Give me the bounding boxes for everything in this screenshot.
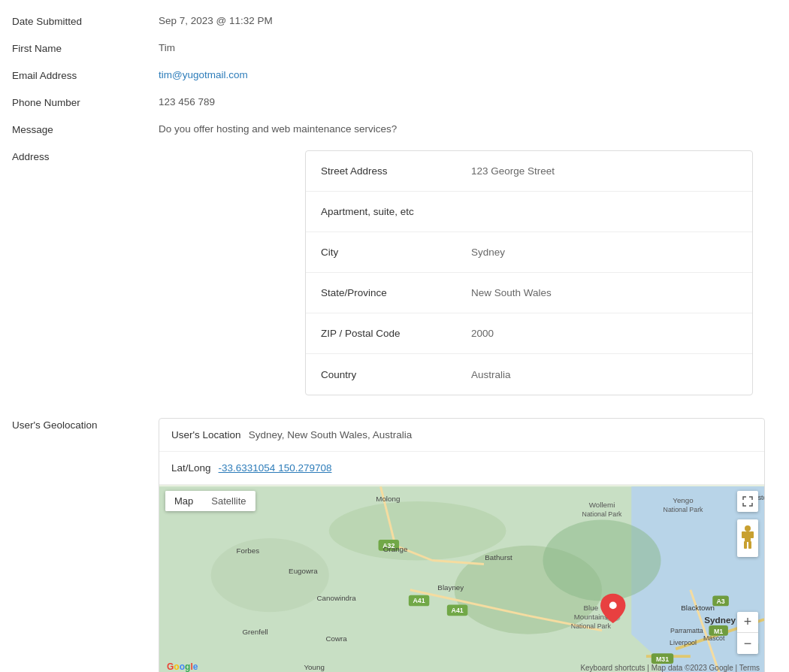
svg-text:Yengo: Yengo — [673, 496, 694, 504]
address-block: Street Address 123 George Street Apartme… — [305, 150, 753, 395]
apt-label: Apartment, suite, etc — [321, 206, 471, 217]
zip-label: ZIP / Postal Code — [321, 328, 471, 339]
svg-text:Blacktown: Blacktown — [681, 604, 715, 612]
city-value: Sydney — [471, 247, 505, 258]
user-location-row: User's Location Sydney, New South Wales,… — [159, 419, 764, 452]
map-container: A32 A41 A41 M1 A43 A3 M31 — [159, 485, 764, 672]
svg-text:A3: A3 — [716, 598, 724, 605]
map-type-controls[interactable]: Map Satellite — [165, 491, 255, 511]
svg-text:Canowindra: Canowindra — [316, 594, 356, 602]
svg-rect-56 — [744, 541, 747, 549]
svg-text:Orange: Orange — [383, 545, 408, 553]
first-name-value: Tim — [159, 42, 777, 53]
svg-text:Cowra: Cowra — [325, 634, 347, 643]
svg-text:Parramatta: Parramatta — [670, 627, 703, 634]
zoom-out-button[interactable]: − — [737, 633, 758, 654]
message-value: Do you offer hosting and web maintenance… — [159, 123, 777, 135]
map-svg: A32 A41 A41 M1 A43 A3 M31 — [159, 485, 764, 672]
map-button[interactable]: Map — [165, 491, 202, 511]
geolocation-section: User's Geolocation User's Location Sydne… — [0, 410, 789, 672]
email-value: tim@yugotmail.com — [159, 69, 777, 80]
geolocation-box: User's Location Sydney, New South Wales,… — [159, 418, 765, 672]
city-row: City Sydney — [306, 232, 752, 273]
geolocation-content: User's Location Sydney, New South Wales,… — [159, 418, 765, 672]
address-row: Address Street Address 123 George Street… — [0, 143, 789, 410]
zip-row: ZIP / Postal Code 2000 — [306, 313, 752, 354]
google-logo: Google — [167, 661, 198, 672]
svg-rect-57 — [748, 541, 751, 549]
svg-text:Forbes: Forbes — [237, 546, 260, 555]
svg-text:Mountains: Mountains — [574, 613, 608, 621]
svg-text:A41: A41 — [413, 597, 425, 604]
svg-text:A41: A41 — [452, 607, 464, 614]
date-submitted-value: Sep 7, 2023 @ 11:32 PM — [159, 15, 777, 26]
geolocation-label: User's Geolocation — [12, 418, 159, 431]
state-row: State/Province New South Wales — [306, 273, 752, 313]
satellite-button[interactable]: Satellite — [202, 491, 255, 511]
phone-value: 123 456 789 — [159, 96, 777, 107]
svg-text:National Park: National Park — [582, 510, 623, 518]
svg-text:Liverpool: Liverpool — [670, 639, 697, 646]
svg-text:M31: M31 — [656, 655, 669, 663]
svg-point-4 — [329, 501, 506, 561]
phone-row: Phone Number 123 456 789 — [0, 89, 789, 116]
svg-text:Molong: Molong — [376, 495, 400, 503]
country-row: Country Australia — [306, 354, 752, 395]
svg-point-53 — [609, 601, 617, 609]
latlong-row: Lat/Long -33.6331054 150.279708 — [159, 452, 764, 485]
address-label: Address — [12, 150, 159, 162]
message-row: Message Do you offer hosting and web mai… — [0, 116, 789, 143]
svg-text:National Park: National Park — [664, 506, 704, 513]
svg-text:Wollemi: Wollemi — [589, 501, 615, 509]
first-name-label: First Name — [12, 42, 159, 54]
latlong-value[interactable]: -33.6331054 150.279708 — [219, 462, 332, 474]
message-label: Message — [12, 123, 159, 135]
date-submitted-row: Date Submitted Sep 7, 2023 @ 11:32 PM — [0, 8, 789, 35]
svg-text:Eugowra: Eugowra — [289, 567, 318, 575]
svg-point-6 — [543, 520, 661, 601]
street-row: Street Address 123 George Street — [306, 151, 752, 192]
user-location-value: Sydney, New South Wales, Australia — [249, 429, 413, 440]
zoom-in-button[interactable]: + — [737, 612, 758, 633]
latlong-label: Lat/Long — [171, 462, 211, 474]
zoom-controls[interactable]: + − — [737, 612, 758, 654]
country-value: Australia — [471, 369, 511, 380]
street-label: Street Address — [321, 165, 471, 177]
svg-text:Mascot: Mascot — [703, 634, 725, 642]
svg-text:Young: Young — [304, 663, 324, 671]
svg-text:Bathurst: Bathurst — [485, 554, 512, 562]
date-submitted-label: Date Submitted — [12, 15, 159, 27]
svg-rect-59 — [750, 531, 754, 538]
email-row: Email Address tim@yugotmail.com — [0, 62, 789, 89]
map-footer-text: Keyboard shortcuts | Map data ©2023 Goog… — [580, 664, 760, 672]
svg-text:Grenfell: Grenfell — [242, 628, 268, 636]
svg-text:Sydney: Sydney — [704, 615, 736, 625]
svg-text:Blayney: Blayney — [437, 583, 464, 592]
svg-rect-55 — [745, 531, 751, 542]
svg-point-54 — [745, 525, 751, 531]
zip-value: 2000 — [471, 328, 494, 339]
svg-rect-58 — [742, 531, 745, 538]
pegman-button[interactable] — [737, 519, 758, 557]
state-label: State/Province — [321, 287, 471, 298]
apt-row: Apartment, suite, etc — [306, 192, 752, 232]
fullscreen-icon — [742, 496, 753, 507]
country-label: Country — [321, 369, 471, 380]
first-name-row: First Name Tim — [0, 35, 789, 62]
city-label: City — [321, 247, 471, 258]
phone-label: Phone Number — [12, 96, 159, 108]
svg-text:National Park: National Park — [571, 622, 612, 630]
email-link[interactable]: tim@yugotmail.com — [159, 69, 248, 80]
user-location-label: User's Location — [171, 429, 241, 440]
pegman-icon — [741, 525, 754, 552]
svg-text:Blue: Blue — [583, 604, 598, 612]
email-label: Email Address — [12, 69, 159, 81]
state-value: New South Wales — [471, 287, 552, 298]
street-value: 123 George Street — [471, 165, 555, 177]
fullscreen-button[interactable] — [737, 491, 758, 512]
